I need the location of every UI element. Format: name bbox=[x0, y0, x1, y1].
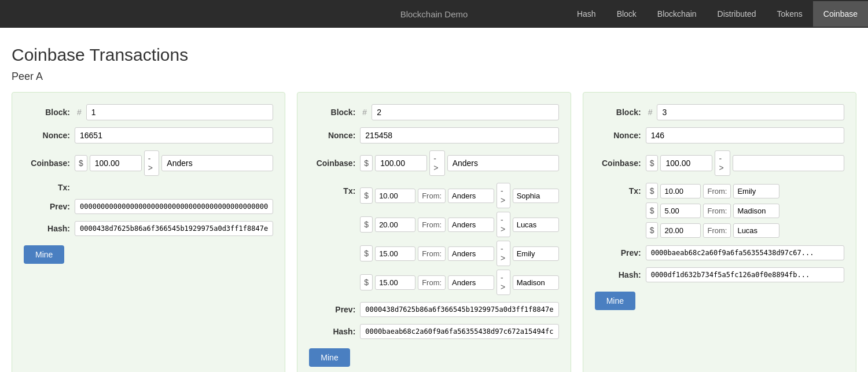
hash-input-1[interactable] bbox=[75, 221, 273, 236]
nav-distributed[interactable]: Distributed bbox=[707, 1, 767, 27]
tx-field-2: Tx: $ From: -> $ From: bbox=[309, 183, 558, 295]
block-label-3: Block: bbox=[595, 108, 641, 117]
mine-row-2: Mine bbox=[309, 346, 558, 367]
tx-row-2-1: $ From: -> bbox=[360, 183, 558, 208]
hash-label-3: Hash: bbox=[595, 270, 641, 279]
coinbase-to-3[interactable] bbox=[733, 155, 844, 171]
block-num-input-1[interactable] bbox=[86, 104, 274, 120]
tx-from-name-3-2[interactable] bbox=[733, 204, 779, 218]
mine-button-1[interactable]: Mine bbox=[24, 245, 64, 264]
tx-label-3: Tx: bbox=[595, 186, 641, 196]
tx-row-3-2: $ From: bbox=[646, 202, 844, 219]
tx-amount-3-3[interactable] bbox=[660, 223, 701, 238]
tx-amount-3-1[interactable] bbox=[660, 184, 701, 198]
block-field-1: Block: # bbox=[24, 104, 273, 120]
nonce-input-1[interactable] bbox=[75, 127, 273, 143]
hash-label-2: Hash: bbox=[309, 327, 355, 336]
arrow-3: -> bbox=[715, 150, 730, 176]
prev-input-1[interactable] bbox=[75, 199, 273, 214]
nonce-input-3[interactable] bbox=[646, 127, 844, 143]
coinbase-label-1: Coinbase: bbox=[24, 159, 70, 168]
peer-label: Peer A bbox=[12, 71, 856, 83]
tx-dollar-2-4: $ bbox=[360, 274, 373, 290]
prev-field-1: Prev: bbox=[24, 199, 273, 214]
tx-to-name-2-4[interactable] bbox=[513, 275, 559, 290]
tx-amount-2-2[interactable] bbox=[375, 218, 415, 232]
tx-from-label-2-3: From: bbox=[418, 246, 446, 261]
prev-label-1: Prev: bbox=[24, 202, 70, 211]
block-card-3: Block: # Nonce: Coinbase: $ -> bbox=[583, 92, 856, 372]
tx-from-name-3-3[interactable] bbox=[733, 223, 779, 238]
hash-field-1: Hash: bbox=[24, 221, 273, 236]
nonce-field-1: Nonce: bbox=[24, 127, 273, 143]
hash-prefix-2: # bbox=[360, 105, 369, 120]
coinbase-amount-1[interactable] bbox=[90, 155, 142, 171]
tx-to-name-2-2[interactable] bbox=[513, 218, 559, 232]
nav-tokens[interactable]: Tokens bbox=[766, 1, 812, 27]
tx-row-2-3: $ From: -> bbox=[360, 241, 558, 266]
tx-wrap-2: $ From: -> $ From: -> bbox=[360, 183, 558, 295]
prev-input-3[interactable] bbox=[646, 245, 844, 260]
nav-hash[interactable]: Hash bbox=[567, 1, 606, 27]
tx-amount-2-3[interactable] bbox=[375, 246, 415, 261]
mine-button-3[interactable]: Mine bbox=[595, 292, 635, 310]
tx-from-name-2-3[interactable] bbox=[448, 246, 494, 261]
hash-field-2: Hash: bbox=[309, 324, 558, 339]
tx-row-3-3: $ From: bbox=[646, 222, 844, 238]
tx-amount-3-2[interactable] bbox=[660, 204, 701, 218]
coinbase-wrap-3: $ -> bbox=[646, 150, 844, 176]
tx-to-name-2-1[interactable] bbox=[513, 189, 559, 203]
tx-from-name-2-2[interactable] bbox=[448, 218, 494, 232]
prev-field-2: Prev: bbox=[309, 302, 558, 317]
tx-from-label-3-2: From: bbox=[703, 204, 731, 218]
tx-dollar-3-2: $ bbox=[646, 202, 659, 219]
tx-from-label-3-1: From: bbox=[703, 184, 731, 198]
coinbase-amount-3[interactable] bbox=[660, 155, 712, 171]
tx-amount-2-1[interactable] bbox=[375, 189, 415, 203]
tx-row-3-1: $ From: bbox=[646, 183, 844, 199]
coinbase-field-3: Coinbase: $ -> bbox=[595, 150, 844, 176]
tx-row-2-2: $ From: -> bbox=[360, 212, 558, 237]
nav-coinbase[interactable]: Coinbase bbox=[813, 1, 868, 27]
nav-blockchain[interactable]: Blockchain bbox=[647, 1, 707, 27]
nonce-label-1: Nonce: bbox=[24, 131, 70, 140]
coinbase-amount-2[interactable] bbox=[375, 155, 427, 171]
coinbase-to-2[interactable] bbox=[447, 155, 559, 171]
coinbase-field-1: Coinbase: $ -> bbox=[24, 150, 273, 176]
block-card-2: Block: # Nonce: Coinbase: $ -> bbox=[297, 92, 571, 372]
hash-input-3[interactable] bbox=[646, 267, 844, 282]
block-num-input-2[interactable] bbox=[372, 104, 559, 120]
tx-from-name-3-1[interactable] bbox=[733, 184, 779, 198]
hash-input-2[interactable] bbox=[360, 324, 558, 339]
blocks-row: Block: # Nonce: Coinbase: $ -> bbox=[12, 92, 856, 372]
block-field-2: Block: # bbox=[309, 104, 558, 120]
mine-row-3: Mine bbox=[595, 289, 844, 310]
prev-label-2: Prev: bbox=[309, 305, 355, 314]
nav-block[interactable]: Block bbox=[606, 1, 647, 27]
tx-wrap-3: $ From: $ From: $ From: bbox=[646, 183, 844, 238]
tx-to-name-2-3[interactable] bbox=[513, 246, 559, 261]
hash-prefix-1: # bbox=[75, 105, 84, 120]
mine-row-1: Mine bbox=[24, 243, 273, 264]
dollar-icon-3: $ bbox=[646, 155, 659, 171]
mine-button-2[interactable]: Mine bbox=[309, 348, 350, 367]
block-label-1: Block: bbox=[24, 108, 70, 117]
block-num-input-3[interactable] bbox=[657, 104, 844, 120]
tx-dollar-2-3: $ bbox=[360, 245, 373, 261]
hash-prefix-3: # bbox=[646, 105, 655, 120]
arrow-2: -> bbox=[429, 150, 445, 176]
coinbase-field-2: Coinbase: $ -> bbox=[309, 150, 558, 176]
tx-from-name-2-4[interactable] bbox=[448, 275, 494, 290]
coinbase-to-1[interactable] bbox=[161, 155, 273, 171]
nonce-field-2: Nonce: bbox=[309, 127, 558, 143]
tx-amount-2-4[interactable] bbox=[375, 275, 415, 290]
prev-input-2[interactable] bbox=[360, 302, 558, 317]
coinbase-wrap-1: $ -> bbox=[75, 150, 273, 176]
nonce-input-2[interactable] bbox=[360, 127, 558, 143]
nav-links: Hash Block Blockchain Distributed Tokens… bbox=[567, 1, 868, 27]
tx-field-1: Tx: bbox=[24, 183, 273, 192]
block-num-wrap-1: # bbox=[75, 104, 273, 120]
tx-arrow-2-4: -> bbox=[496, 270, 510, 295]
dollar-icon-1: $ bbox=[75, 155, 87, 171]
tx-from-name-2-1[interactable] bbox=[448, 189, 494, 203]
